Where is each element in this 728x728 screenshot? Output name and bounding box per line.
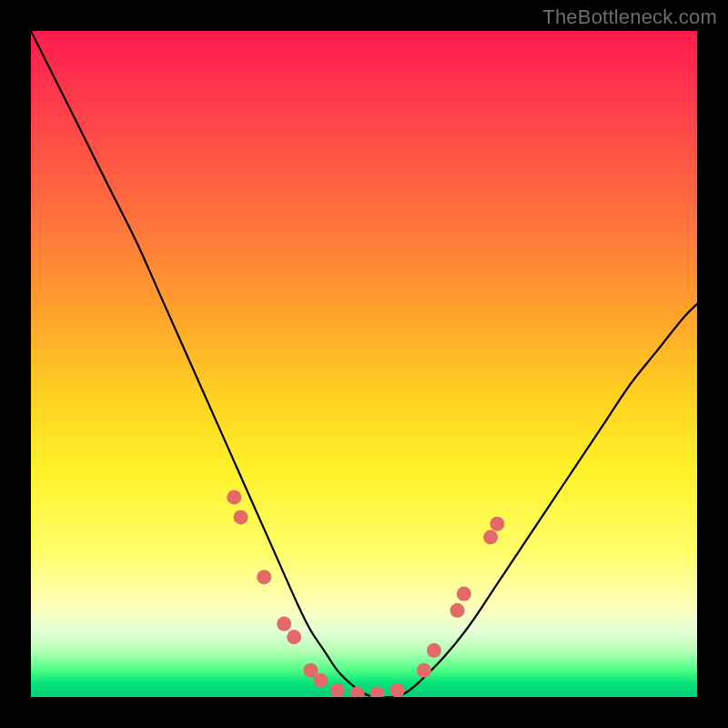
data-marker bbox=[417, 663, 431, 678]
chart-frame: TheBottleneck.com bbox=[0, 0, 728, 728]
bottleneck-curve bbox=[31, 31, 697, 697]
watermark-text: TheBottleneck.com bbox=[542, 5, 717, 29]
data-marker bbox=[483, 530, 498, 544]
data-markers bbox=[227, 490, 504, 697]
data-marker bbox=[313, 673, 328, 688]
data-marker bbox=[287, 630, 301, 644]
data-marker bbox=[257, 570, 271, 584]
data-marker bbox=[390, 683, 405, 697]
data-marker bbox=[350, 686, 365, 697]
data-marker bbox=[277, 617, 291, 632]
data-marker bbox=[370, 686, 385, 697]
data-marker bbox=[227, 490, 241, 504]
data-marker bbox=[457, 587, 471, 602]
chart-svg bbox=[31, 31, 697, 697]
data-marker bbox=[427, 643, 441, 658]
plot-area bbox=[31, 31, 697, 697]
data-marker bbox=[330, 683, 345, 697]
data-marker bbox=[234, 510, 248, 524]
data-marker bbox=[450, 603, 465, 618]
data-marker bbox=[490, 517, 504, 531]
